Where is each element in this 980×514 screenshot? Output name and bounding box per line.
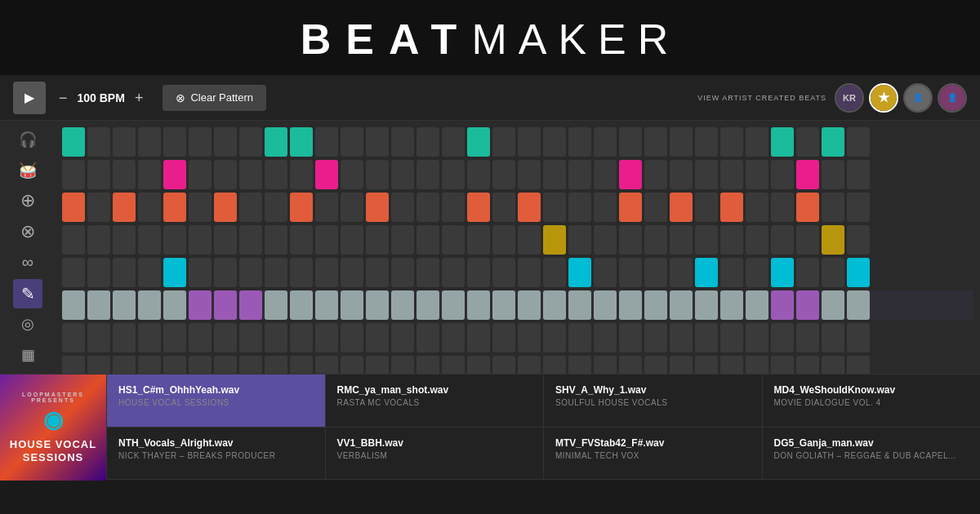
- avatar-4[interactable]: 👤: [938, 83, 967, 113]
- beat-cell[interactable]: [695, 127, 718, 157]
- sample-item-0[interactable]: HS1_C#m_OhhhYeah.wav HOUSE VOCAL SESSION…: [106, 374, 325, 428]
- track-icon-3[interactable]: ⊗: [13, 217, 42, 246]
- beat-cell[interactable]: [771, 127, 794, 157]
- track-icon-1[interactable]: 🥁: [13, 156, 42, 185]
- beat-cell[interactable]: [214, 127, 237, 157]
- beat-cell[interactable]: [442, 193, 465, 222]
- beat-cell[interactable]: [695, 258, 718, 287]
- beat-cell[interactable]: [822, 290, 844, 320]
- beat-cell[interactable]: [619, 225, 642, 255]
- beat-cell[interactable]: [391, 258, 414, 287]
- beat-cell[interactable]: [214, 193, 237, 222]
- beat-cell[interactable]: [341, 323, 363, 352]
- track-icon-5[interactable]: ✎: [13, 279, 42, 308]
- beat-cell[interactable]: [543, 323, 566, 352]
- beat-cell[interactable]: [391, 356, 414, 374]
- beat-cell[interactable]: [341, 160, 363, 189]
- beat-cell[interactable]: [467, 160, 490, 189]
- beat-cell[interactable]: [214, 356, 237, 374]
- beat-cell[interactable]: [619, 323, 642, 352]
- beat-cell[interactable]: [391, 160, 414, 189]
- beat-cell[interactable]: [670, 290, 693, 320]
- beat-cell[interactable]: [315, 323, 338, 352]
- track-icon-7[interactable]: ▦: [13, 340, 42, 370]
- beat-cell[interactable]: [87, 290, 110, 320]
- beat-cell[interactable]: [670, 127, 693, 157]
- beat-cell[interactable]: [163, 290, 186, 320]
- beat-cell[interactable]: [644, 193, 667, 222]
- clear-pattern-button[interactable]: Clear Pattern: [163, 85, 266, 111]
- beat-cell[interactable]: [847, 225, 870, 255]
- beat-cell[interactable]: [265, 290, 287, 320]
- beat-cell[interactable]: [62, 127, 85, 157]
- beat-cell[interactable]: [214, 258, 237, 287]
- beat-cell[interactable]: [822, 160, 844, 189]
- beat-cell[interactable]: [518, 127, 541, 157]
- beat-cell[interactable]: [315, 127, 338, 157]
- beat-cell[interactable]: [822, 356, 844, 374]
- beat-cell[interactable]: [518, 258, 541, 287]
- beat-cell[interactable]: [720, 356, 743, 374]
- beat-cell[interactable]: [746, 356, 768, 374]
- beat-cell[interactable]: [695, 323, 718, 352]
- beat-cell[interactable]: [265, 160, 287, 189]
- beat-cell[interactable]: [796, 323, 819, 352]
- beat-cell[interactable]: [442, 127, 465, 157]
- sample-item-5[interactable]: MTV_FVStab42_F#.wav MINIMAL TECH VOX: [543, 428, 762, 481]
- beat-cell[interactable]: [189, 258, 212, 287]
- beat-cell[interactable]: [492, 127, 515, 157]
- beat-cell[interactable]: [366, 323, 389, 352]
- beat-cell[interactable]: [796, 127, 819, 157]
- beat-cell[interactable]: [771, 290, 794, 320]
- beat-cell[interactable]: [847, 160, 870, 189]
- beat-cell[interactable]: [113, 323, 136, 352]
- beat-cell[interactable]: [695, 160, 718, 189]
- beat-cell[interactable]: [113, 356, 136, 374]
- beat-cell[interactable]: [265, 356, 287, 374]
- beat-cell[interactable]: [87, 160, 110, 189]
- beat-cell[interactable]: [746, 323, 768, 352]
- beat-cell[interactable]: [239, 160, 262, 189]
- beat-cell[interactable]: [138, 290, 161, 320]
- beat-cell[interactable]: [467, 323, 490, 352]
- beat-cell[interactable]: [518, 225, 541, 255]
- beat-cell[interactable]: [416, 323, 439, 352]
- beat-cell[interactable]: [163, 323, 186, 352]
- beat-cell[interactable]: [594, 127, 617, 157]
- beat-cell[interactable]: [341, 290, 363, 320]
- beat-cell[interactable]: [568, 127, 591, 157]
- beat-cell[interactable]: [568, 258, 591, 287]
- beat-cell[interactable]: [746, 193, 768, 222]
- beat-cell[interactable]: [214, 323, 237, 352]
- beat-cell[interactable]: [391, 193, 414, 222]
- beat-cell[interactable]: [771, 193, 794, 222]
- avatar-2[interactable]: ★: [869, 83, 898, 113]
- beat-cell[interactable]: [366, 127, 389, 157]
- beat-cell[interactable]: [62, 160, 85, 189]
- beat-cell[interactable]: [87, 356, 110, 374]
- beat-cell[interactable]: [720, 258, 743, 287]
- beat-cell[interactable]: [492, 323, 515, 352]
- beat-cell[interactable]: [720, 127, 743, 157]
- beat-cell[interactable]: [619, 193, 642, 222]
- beat-cell[interactable]: [746, 160, 768, 189]
- beat-cell[interactable]: [822, 193, 844, 222]
- beat-cell[interactable]: [113, 193, 136, 222]
- beat-cell[interactable]: [315, 225, 338, 255]
- sample-item-2[interactable]: RMC_ya_man_shot.wav RASTA MC VOCALS: [325, 374, 544, 428]
- beat-cell[interactable]: [391, 127, 414, 157]
- beat-cell[interactable]: [568, 356, 591, 374]
- beat-cell[interactable]: [594, 258, 617, 287]
- beat-cell[interactable]: [265, 225, 287, 255]
- beat-cell[interactable]: [518, 193, 541, 222]
- beat-cell[interactable]: [518, 356, 541, 374]
- beat-cell[interactable]: [492, 290, 515, 320]
- beat-cell[interactable]: [87, 127, 110, 157]
- beat-cell[interactable]: [341, 356, 363, 374]
- beat-cell[interactable]: [239, 127, 262, 157]
- beat-cell[interactable]: [695, 193, 718, 222]
- beat-cell[interactable]: [341, 258, 363, 287]
- track-icon-2[interactable]: ⊕: [13, 186, 42, 215]
- sample-item-6[interactable]: MD4_WeShouldKnow.wav MOVIE DIALOGUE VOL.…: [762, 374, 981, 428]
- beat-cell[interactable]: [644, 290, 667, 320]
